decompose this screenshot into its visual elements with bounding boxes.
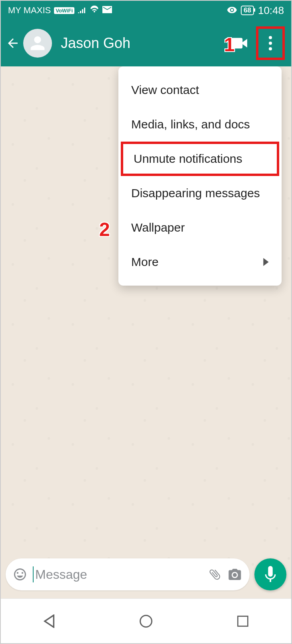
svg-point-1	[269, 42, 272, 45]
camera-icon[interactable]	[227, 568, 242, 581]
vowifi-badge: VoWiFi	[54, 7, 74, 14]
emoji-icon[interactable]	[13, 567, 27, 582]
contact-name[interactable]: Jason Goh	[61, 35, 224, 52]
composer-input-box[interactable]	[6, 558, 250, 590]
chat-body: View contact Media, links, and docs Unmu…	[1, 66, 291, 598]
chat-header: Jason Goh	[1, 20, 291, 66]
chevron-right-icon	[263, 255, 269, 269]
message-input[interactable]	[35, 567, 202, 582]
menu-item-label: View contact	[131, 83, 199, 97]
menu-item-label: Media, links, and docs	[131, 118, 250, 131]
annotation-highlight-1	[256, 26, 285, 60]
options-dropdown: View contact Media, links, and docs Unmu…	[118, 66, 282, 286]
battery-indicator: 68	[241, 6, 254, 15]
svg-point-3	[140, 615, 152, 627]
nav-back-button[interactable]	[39, 611, 59, 631]
avatar[interactable]	[23, 29, 52, 58]
mail-icon	[102, 5, 112, 16]
menu-item-label: Wallpaper	[131, 221, 185, 234]
menu-more[interactable]: More	[118, 245, 282, 279]
menu-media-links-docs[interactable]: Media, links, and docs	[118, 107, 282, 142]
menu-item-label: Unmute notifications	[134, 152, 242, 166]
system-nav-bar	[1, 598, 291, 643]
more-options-button[interactable]	[261, 31, 280, 55]
menu-disappearing-messages[interactable]: Disappearing messages	[118, 176, 282, 210]
signal-icon	[78, 5, 86, 16]
time-label: 10:48	[258, 4, 284, 17]
carrier-label: MY MAXIS	[8, 5, 51, 16]
status-left: MY MAXIS VoWiFi	[8, 5, 112, 16]
status-bar: MY MAXIS VoWiFi 68 10:48	[1, 1, 291, 20]
text-cursor	[33, 566, 34, 582]
back-button[interactable]	[6, 36, 20, 50]
annotation-label-1: 1	[224, 34, 235, 56]
eye-icon	[227, 5, 237, 16]
message-composer	[6, 558, 286, 590]
svg-point-2	[269, 47, 272, 50]
menu-item-label: Disappearing messages	[131, 186, 260, 200]
nav-recent-button[interactable]	[233, 611, 253, 631]
voice-message-button[interactable]	[254, 558, 286, 590]
annotation-label-2: 2	[99, 218, 110, 240]
wifi-icon	[90, 5, 99, 16]
nav-home-button[interactable]	[136, 611, 156, 631]
svg-point-0	[269, 36, 272, 39]
menu-item-label: More	[131, 255, 158, 269]
attach-icon[interactable]	[208, 567, 222, 582]
status-right: 68 10:48	[227, 4, 284, 17]
menu-view-contact[interactable]: View contact	[118, 73, 282, 107]
menu-unmute-notifications[interactable]: Unmute notifications	[121, 142, 279, 176]
svg-rect-4	[238, 616, 248, 626]
menu-wallpaper[interactable]: Wallpaper	[118, 210, 282, 245]
